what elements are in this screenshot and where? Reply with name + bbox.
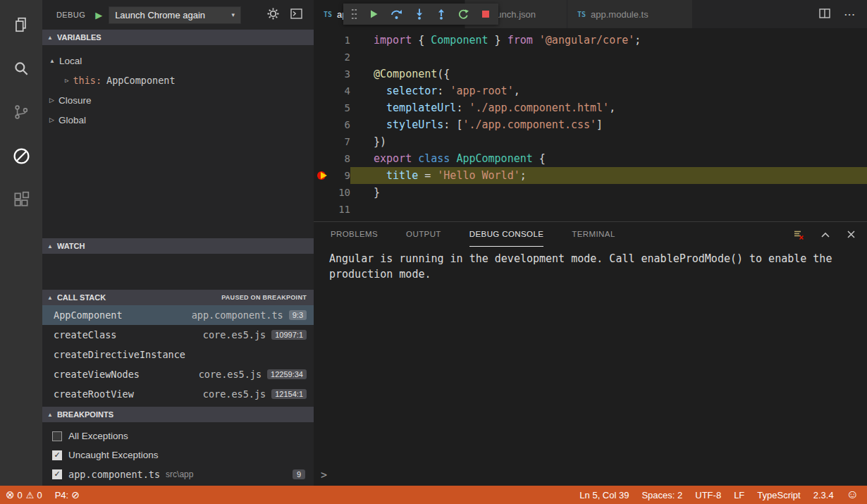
indentation[interactable]: Spaces: 2 — [641, 490, 682, 500]
bottom-panel: PROBLEMS OUTPUT DEBUG CONSOLE TERMINAL — [314, 221, 867, 486]
code-line[interactable]: 8export class AppComponent { — [314, 150, 867, 167]
breakpoint-gutter[interactable] — [314, 49, 332, 66]
perforce-status[interactable]: P4: — [55, 489, 80, 500]
open-debug-console-icon[interactable] — [290, 8, 302, 21]
step-into-button[interactable] — [414, 8, 424, 20]
code-text[interactable]: styleUrls: ['./app.component.css'] — [350, 116, 867, 133]
code-line[interactable]: 7}) — [314, 133, 867, 150]
code-line[interactable]: 5 templateUrl: './app.component.html', — [314, 99, 867, 116]
debug-icon[interactable] — [0, 134, 42, 178]
debug-console-input[interactable]: > — [314, 466, 867, 484]
twistie-icon — [47, 412, 53, 418]
breakpoint-uncaught-exceptions[interactable]: Uncaught Exceptions — [42, 445, 314, 465]
code-line[interactable]: 10} — [314, 184, 867, 201]
code-text[interactable] — [350, 49, 867, 66]
code-line[interactable]: 2 — [314, 49, 867, 66]
checkbox[interactable] — [52, 431, 62, 441]
code-line[interactable]: 3@Component({ — [314, 66, 867, 82]
code-text[interactable]: import { Component } from '@angular/core… — [350, 32, 867, 49]
breakpoint-gutter[interactable] — [314, 66, 332, 82]
maximize-panel-icon[interactable] — [820, 231, 831, 239]
warning-count[interactable]: 0 — [26, 490, 42, 500]
cursor-position[interactable]: Ln 5, Col 39 — [579, 490, 629, 500]
breakpoint-gutter[interactable] — [314, 184, 332, 201]
stack-frame[interactable]: createClass core.es5.js10997:1 — [42, 325, 314, 345]
breakpoint-gutter[interactable] — [314, 116, 332, 133]
breakpoint-gutter[interactable] — [314, 99, 332, 116]
code-text[interactable] — [350, 201, 867, 218]
breakpoints-section-header[interactable]: BREAKPOINTS — [42, 407, 314, 422]
configure-gear-icon[interactable] — [267, 8, 279, 22]
breakpoint-gutter[interactable] — [314, 32, 332, 49]
more-actions-icon[interactable] — [844, 9, 856, 20]
variable-this[interactable]: this: AppComponent — [42, 70, 314, 90]
code-text[interactable]: }) — [350, 133, 867, 150]
variables-header-label: VARIABLES — [57, 33, 102, 42]
call-stack-list: AppComponent app.component.ts9:3 createC… — [42, 305, 314, 404]
split-editor-icon[interactable] — [819, 8, 830, 20]
breakpoint-gutter[interactable] — [314, 150, 332, 167]
line-number: 6 — [332, 116, 350, 133]
scope-local[interactable]: Local — [42, 51, 314, 70]
line-number: 11 — [332, 201, 350, 218]
breakpoint-gutter[interactable] — [314, 133, 332, 150]
twistie-icon — [49, 116, 54, 123]
breakpoint-gutter[interactable] — [314, 167, 332, 184]
eol-sequence[interactable]: LF — [734, 490, 744, 500]
stack-frame[interactable]: createDirectiveInstance — [42, 345, 314, 364]
toolbar-drag-handle[interactable] — [351, 8, 357, 20]
tab-terminal[interactable]: TERMINAL — [572, 222, 615, 247]
step-over-button[interactable] — [391, 9, 402, 20]
variables-section-header[interactable]: VARIABLES — [42, 30, 314, 45]
start-debug-button[interactable] — [95, 10, 102, 20]
error-count[interactable]: 0 — [6, 488, 23, 501]
breakpoint-gutter[interactable] — [314, 82, 332, 99]
code-line[interactable]: 4 selector: 'app-root', — [314, 82, 867, 99]
extensions-icon[interactable] — [0, 178, 42, 221]
code-line[interactable]: 6 styleUrls: ['./app.component.css'] — [314, 116, 867, 133]
breakpoint-gutter[interactable] — [314, 201, 332, 218]
code-text[interactable]: @Component({ — [350, 66, 867, 82]
code-line[interactable]: 11 — [314, 201, 867, 218]
stack-frame[interactable]: createRootView core.es5.js12154:1 — [42, 384, 314, 404]
step-out-button[interactable] — [436, 8, 446, 20]
code-line[interactable]: 1import { Component } from '@angular/cor… — [314, 32, 867, 49]
checkbox[interactable] — [52, 469, 62, 479]
code-text[interactable]: templateUrl: './app.component.html', — [350, 99, 867, 116]
checkbox[interactable] — [52, 450, 62, 460]
close-panel-icon[interactable] — [847, 230, 856, 239]
tab-output[interactable]: OUTPUT — [406, 222, 441, 247]
language-mode[interactable]: TypeScript — [757, 490, 800, 500]
breakpoint-all-exceptions[interactable]: All Exceptions — [42, 426, 314, 445]
vscode-window: DEBUG Launch Chrome again — [0, 0, 867, 486]
code-text[interactable]: } — [350, 184, 867, 201]
tab-app-module-ts[interactable]: TS app.module.ts — [567, 0, 693, 28]
stack-frame[interactable]: createViewNodes core.es5.js12259:34 — [42, 364, 314, 384]
code-area[interactable]: 1import { Component } from '@angular/cor… — [314, 28, 867, 221]
call-stack-section-header[interactable]: CALL STACK PAUSED ON BREAKPOINT — [42, 290, 314, 305]
clear-console-icon[interactable] — [793, 229, 804, 240]
code-line[interactable]: 9 title = 'Hello World'; — [314, 167, 867, 184]
source-control-icon[interactable] — [0, 90, 42, 134]
code-text[interactable]: title = 'Hello World'; — [350, 167, 867, 184]
tab-problems[interactable]: PROBLEMS — [331, 222, 378, 247]
tab-debug-console[interactable]: DEBUG CONSOLE — [469, 222, 544, 247]
scope-closure[interactable]: Closure — [42, 90, 314, 110]
feedback-smiley-icon[interactable] — [847, 488, 859, 502]
restart-button[interactable] — [458, 9, 469, 20]
code-text[interactable]: export class AppComponent { — [350, 150, 867, 167]
line-number: 9 — [332, 167, 350, 184]
code-text[interactable]: selector: 'app-root', — [350, 82, 867, 99]
typescript-version[interactable]: 2.3.4 — [813, 490, 834, 500]
scope-global[interactable]: Global — [42, 110, 314, 130]
stack-frame[interactable]: AppComponent app.component.ts9:3 — [42, 305, 314, 325]
breakpoint-file[interactable]: app.component.ts src\app 9 — [42, 465, 314, 484]
encoding[interactable]: UTF-8 — [695, 490, 721, 500]
watch-section-header[interactable]: WATCH — [42, 238, 314, 254]
continue-button[interactable] — [369, 9, 379, 19]
search-icon[interactable] — [0, 47, 42, 90]
launch-config-dropdown[interactable]: Launch Chrome again — [109, 6, 241, 24]
explorer-icon[interactable] — [0, 3, 42, 47]
debug-sidebar: DEBUG Launch Chrome again — [42, 0, 314, 486]
stop-button[interactable] — [481, 9, 491, 19]
